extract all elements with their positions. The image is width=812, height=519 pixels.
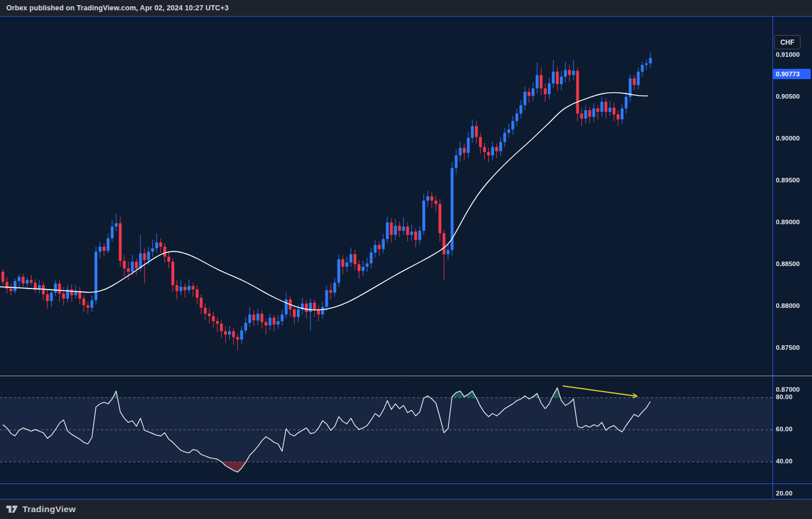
- tradingview-brand-link[interactable]: TradingView: [6, 504, 76, 514]
- rsi-tick-label: 60.00: [776, 426, 793, 432]
- price-tick-label: 0.90500: [776, 93, 800, 100]
- price-axis[interactable]: CHF 0.90773 0.910000.905000.900000.89500…: [773, 32, 812, 516]
- attribution-text: Orbex published on TradingView.com, Apr …: [6, 4, 229, 12]
- rsi-tick-label: 80.00: [776, 393, 793, 400]
- last-price-value: 0.90773: [776, 71, 800, 77]
- attribution-bar: Orbex published on TradingView.com, Apr …: [0, 0, 812, 16]
- price-tick-label: 0.87000: [776, 386, 800, 393]
- price-tick-label: 0.87500: [776, 344, 800, 351]
- rsi-tick-label: 20.00: [776, 490, 793, 497]
- price-tick-label: 0.88000: [776, 302, 800, 309]
- price-tick-label: 0.89500: [776, 177, 800, 184]
- tradingview-logo-icon: [6, 504, 18, 514]
- tradingview-brand-text: TradingView: [22, 504, 76, 514]
- price-tick-label: 0.91000: [776, 51, 800, 58]
- published-chart-page: { "header": { "attribution": "Orbex publ…: [0, 0, 812, 519]
- footer-bar: TradingView: [0, 500, 812, 519]
- price-tick-label: 0.89000: [776, 218, 800, 225]
- chart-canvas[interactable]: [0, 16, 812, 500]
- price-tick-label: 0.90000: [776, 135, 800, 142]
- currency-toggle-button[interactable]: CHF: [774, 35, 801, 49]
- rsi-tick-label: 40.00: [776, 458, 793, 465]
- price-tick-label: 0.88500: [776, 260, 800, 267]
- chart-region: CHF 0.90773 0.910000.905000.900000.89500…: [0, 16, 812, 500]
- last-price-tag: 0.90773: [773, 69, 811, 79]
